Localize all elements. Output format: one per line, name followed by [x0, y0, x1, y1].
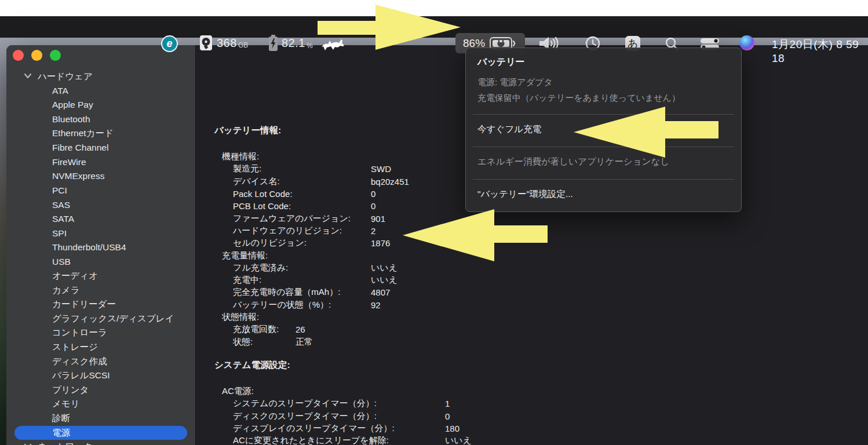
sidebar-item-ATA[interactable]: ATA	[6, 84, 195, 99]
sidebar-item-Bluetooth[interactable]: Bluetooth	[6, 112, 195, 127]
sidebar-group-network[interactable]: ネットワーク	[6, 440, 195, 445]
eset-icon: e	[161, 35, 178, 52]
sidebar-item-NVMExpress[interactable]: NVMExpress	[6, 169, 195, 184]
sidebar-item-Fibre Channel[interactable]: Fibre Channel	[6, 141, 195, 155]
info-row: 充放電回数:26	[196, 323, 868, 335]
chevron-down-icon[interactable]	[24, 442, 32, 445]
sidebar-item-グラフィックス/ディスプレイ[interactable]: グラフィックス/ディスプレイ	[6, 312, 195, 326]
info-label: システムのスリープタイマー（分）:	[196, 398, 445, 409]
menu-divider	[473, 179, 734, 180]
minimize-button[interactable]	[31, 50, 42, 61]
battery-health-unit: %	[307, 42, 313, 52]
info-value: 1	[445, 399, 450, 408]
info-label: ACに変更されたときにスリープを解除:	[196, 435, 445, 445]
info-label: バッテリーの状態（%）:	[196, 300, 371, 311]
info-value: 1876	[371, 238, 390, 248]
sidebar-item-Apple Pay[interactable]: Apple Pay	[6, 98, 195, 112]
battery-health-menu-extra[interactable]: 82.1 %	[268, 34, 313, 52]
info-row: ACに変更されたときにスリープを解除:いいえ	[196, 435, 868, 445]
sidebar-item-label: オーディオ	[52, 270, 98, 282]
desktop: e 368 GB 82.1 % 86%	[0, 0, 868, 445]
chevron-down-icon[interactable]	[24, 72, 32, 80]
info-label: 完全充電時の容量（mAh）:	[196, 287, 371, 298]
info-label: ファームウェアのバージョン:	[196, 213, 371, 224]
info-value: 0	[371, 189, 375, 199]
sidebar-item-label: Fibre Channel	[52, 143, 108, 153]
info-row: 完全充電時の容量（mAh）:4807	[196, 286, 868, 298]
sidebar-item-診断[interactable]: 診断	[6, 411, 195, 426]
sidebar-item-ディスク作成[interactable]: ディスク作成	[6, 355, 195, 369]
sidebar-item-label: FireWire	[52, 157, 86, 167]
sidebar-item-label: コントローラ	[52, 327, 107, 339]
sidebar-item-label: ハードウェア	[38, 71, 93, 83]
info-row: ディスクのスリープタイマー（分）:0	[196, 410, 868, 422]
sidebar-item-label: PCI	[52, 185, 67, 196]
menu-item-今すぐフル充電[interactable]: 今すぐフル充電	[477, 123, 541, 136]
section-heading: 機種情報:	[196, 151, 259, 162]
info-label: 充放電回数:	[196, 324, 296, 335]
disk-usage-value: 368	[217, 37, 237, 50]
sidebar-item-label: ATA	[52, 86, 68, 96]
battery-menu-title: バッテリー	[477, 56, 525, 68]
sidebar-item-label: Apple Pay	[52, 100, 93, 110]
sidebar-item-Thunderbolt/USB4[interactable]: Thunderbolt/USB4	[6, 240, 195, 255]
system-power-block: AC電源:システムのスリープタイマー（分）:1ディスクのスリープタイマー（分）:…	[196, 385, 868, 445]
close-button[interactable]	[13, 50, 24, 61]
info-label: セルのリビジョン:	[196, 238, 371, 249]
siri-icon[interactable]	[739, 35, 754, 50]
info-label: ディスプレイのスリープタイマー（分）:	[196, 423, 445, 434]
info-label: PCB Lot Code:	[196, 201, 371, 211]
sidebar-item-label: NVMExpress	[52, 171, 104, 181]
info-label: 状態:	[196, 337, 296, 348]
info-label: ハードウェアのリビジョン:	[196, 225, 371, 236]
sidebar-item-メモリ[interactable]: メモリ	[6, 397, 195, 412]
sidebar-item-Ethernetカード[interactable]: Ethernetカード	[6, 126, 195, 141]
sidebar-group-hardware[interactable]: ハードウェア	[6, 70, 195, 84]
battery-info-header: バッテリー情報:	[214, 125, 281, 137]
sidebar-item-label: Bluetooth	[52, 114, 90, 125]
sidebar: ハードウェアATAApple PayBluetoothEthernetカードFi…	[6, 45, 196, 445]
sidebar-item-label: メモリ	[52, 398, 80, 410]
info-row: フル充電済み:いいえ	[196, 262, 868, 274]
sidebar-item-プリンタ[interactable]: プリンタ	[6, 383, 195, 397]
sidebar-item-FireWire[interactable]: FireWire	[6, 155, 195, 170]
sidebar-item-label: 電源	[52, 427, 70, 439]
sidebar-item-カメラ[interactable]: カメラ	[6, 283, 195, 298]
sidebar-item-label: グラフィックス/ディスプレイ	[52, 313, 174, 325]
menu-status-line: 電源: 電源アダプタ	[477, 77, 553, 88]
sidebar-item-SATA[interactable]: SATA	[6, 212, 195, 227]
sidebar-item-PCI[interactable]: PCI	[6, 184, 195, 198]
sidebar-item-コントローラ[interactable]: コントローラ	[6, 326, 195, 341]
section-heading: AC電源:	[196, 386, 254, 397]
sidebar-item-SAS[interactable]: SAS	[6, 198, 195, 212]
info-value: 92	[371, 300, 381, 310]
sidebar-item-SPI[interactable]: SPI	[6, 227, 195, 241]
sidebar-item-パラレルSCSI[interactable]: パラレルSCSI	[6, 369, 195, 383]
sidebar-item-label: SAS	[52, 200, 70, 210]
sidebar-list: ハードウェアATAApple PayBluetoothEthernetカードFi…	[6, 70, 195, 445]
section-heading: 充電量情報:	[196, 250, 268, 261]
zoom-button[interactable]	[50, 50, 61, 61]
info-value: 0	[371, 201, 375, 211]
info-value: 4807	[371, 287, 390, 297]
sidebar-item-label: Ethernetカード	[52, 127, 114, 140]
sidebar-item-オーディオ[interactable]: オーディオ	[6, 269, 195, 283]
info-value: SWD	[371, 164, 391, 174]
menu-status-line: 充電保留中（バッテリーをあまり使っていません）	[477, 93, 680, 104]
sidebar-item-label: ディスク作成	[52, 356, 107, 368]
clock-menu-extra[interactable]: 1月20日(木) 8 59 18	[772, 37, 868, 65]
info-row: 充電中:いいえ	[196, 274, 868, 286]
disk-usage-unit: GB	[238, 41, 248, 51]
sidebar-item-label: カードリーダー	[52, 298, 116, 311]
sidebar-item-ストレージ[interactable]: ストレージ	[6, 340, 195, 355]
disk-usage-menu-extra[interactable]: 368 GB	[199, 35, 248, 51]
annotation-arrow-charging-row	[403, 209, 549, 262]
sidebar-item-カードリーダー[interactable]: カードリーダー	[6, 298, 195, 312]
sidebar-item-label: 診断	[52, 413, 70, 425]
sidebar-item-電源[interactable]: 電源	[14, 426, 187, 440]
menu-item-"バッテリー"環境設定...[interactable]: "バッテリー"環境設定...	[477, 188, 573, 200]
eset-letter: e	[166, 38, 172, 50]
info-value: 901	[371, 214, 385, 224]
sidebar-item-USB[interactable]: USB	[6, 255, 195, 269]
eset-menu-extra[interactable]: e	[161, 35, 178, 52]
